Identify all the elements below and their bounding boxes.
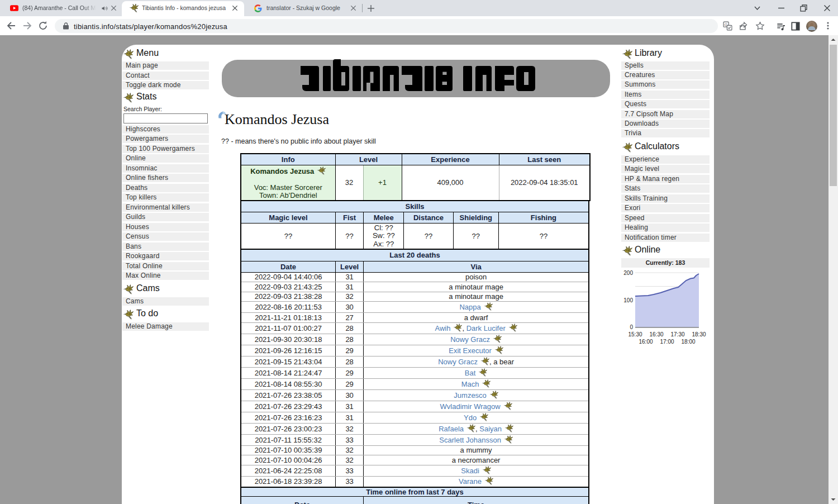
svg-text:17:00: 17:00: [660, 339, 674, 345]
svg-text:100: 100: [623, 297, 633, 303]
svg-text:16:00: 16:00: [639, 339, 653, 345]
svg-text:18:00: 18:00: [681, 339, 695, 345]
svg-text:200: 200: [623, 270, 633, 276]
svg-text:18:30: 18:30: [692, 331, 706, 337]
svg-text:17:30: 17:30: [670, 331, 684, 337]
svg-text:15:30: 15:30: [628, 331, 642, 337]
svg-text:0: 0: [630, 324, 633, 330]
svg-text:16:30: 16:30: [649, 331, 663, 337]
